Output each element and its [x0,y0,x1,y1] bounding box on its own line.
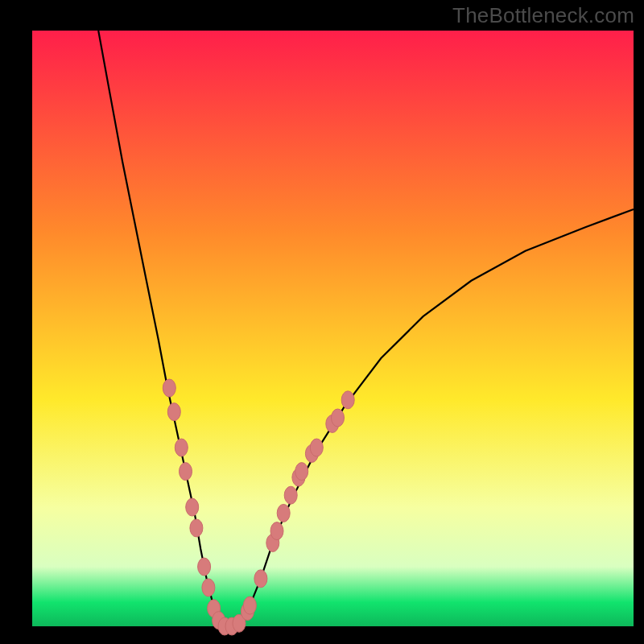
data-marker [202,579,215,597]
bottleneck-chart [0,0,644,644]
chart-frame: TheBottleneck.com [0,0,644,644]
data-marker [167,403,180,421]
data-marker [332,409,345,427]
data-marker [254,570,267,588]
data-marker [277,504,290,522]
data-marker [310,439,323,456]
plot-background [32,31,634,626]
data-marker [270,522,283,540]
data-marker [163,379,175,397]
data-marker [190,519,203,537]
data-marker [198,558,211,576]
data-marker [180,463,192,481]
data-marker [186,498,199,516]
data-marker [341,391,354,409]
watermark-text: TheBottleneck.com [452,3,634,28]
data-marker [175,439,188,456]
data-marker [284,486,297,504]
data-marker [295,463,308,481]
data-marker [243,597,256,614]
